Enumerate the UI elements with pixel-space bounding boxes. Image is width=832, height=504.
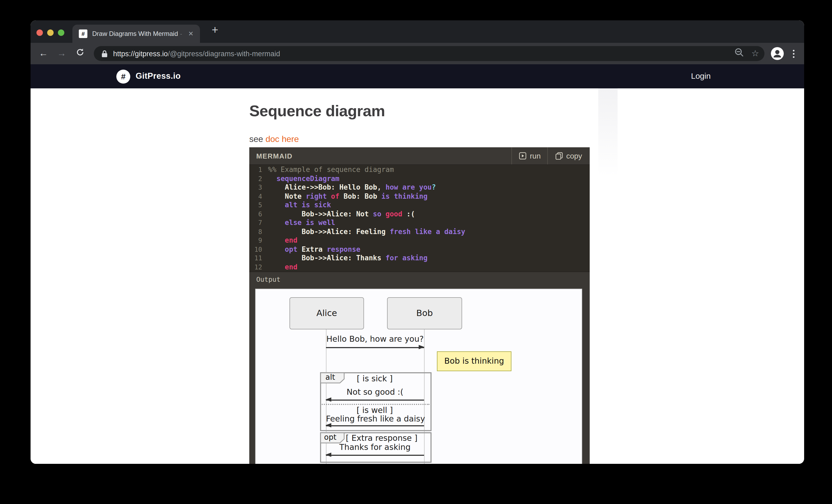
doc-link[interactable]: doc here: [266, 135, 299, 143]
gitpress-logo[interactable]: #: [116, 69, 130, 83]
screen: # Draw Diagrams With Mermaid - ✕ + ← →: [0, 0, 832, 504]
language-label: MERMAID: [256, 152, 292, 160]
zoom-out-icon[interactable]: [734, 48, 744, 59]
page-title: Sequence diagram: [249, 102, 385, 120]
lock-icon: [101, 50, 108, 58]
forward-icon[interactable]: →: [55, 48, 68, 59]
url-origin: https://gitpress.io: [113, 50, 168, 58]
run-button[interactable]: run: [512, 147, 548, 164]
bookmark-star-icon[interactable]: ☆: [751, 49, 759, 58]
message-3-arrow: [326, 423, 424, 428]
output-header: Output: [249, 272, 590, 286]
profile-avatar[interactable]: [771, 47, 784, 60]
intro-prefix: see: [249, 135, 266, 143]
content-shadow-band: [598, 88, 618, 177]
actor-bob: Bob: [387, 297, 462, 329]
code-line: 12 end: [249, 263, 590, 272]
tab-title: Draw Diagrams With Mermaid: [92, 30, 178, 37]
note-bob-is-thinking: Bob is thinking: [437, 352, 512, 371]
opt-frame-label: opt: [320, 433, 340, 441]
copy-label: copy: [566, 151, 582, 160]
code-editor[interactable]: 1%% Example of sequence diagram 2 sequen…: [249, 165, 590, 272]
run-label: run: [530, 151, 541, 160]
opt-frame-tab: opt: [320, 432, 345, 444]
message-4-label: Thanks for asking: [326, 442, 424, 452]
mermaid-code-card: MERMAID run copy: [249, 147, 590, 464]
code-line: 8 Bob->>Alice: Feeling fresh like a dais…: [249, 227, 590, 236]
opt-condition: [ Extra response ]: [346, 433, 417, 443]
rendered-diagram: Alice Bob Hello Bob, how are you? Bob is…: [255, 289, 582, 464]
new-tab-button[interactable]: +: [207, 23, 223, 38]
code-line: 2 sequenceDiagram: [249, 174, 590, 183]
tab-favicon: #: [79, 29, 87, 38]
browser-window: # Draw Diagrams With Mermaid - ✕ + ← →: [30, 20, 804, 464]
browser-tab[interactable]: # Draw Diagrams With Mermaid - ✕: [72, 25, 200, 43]
code-line: 5 alt is sick: [249, 201, 590, 210]
code-line: 6 Bob->>Alice: Not so good :(: [249, 210, 590, 219]
code-card-header: MERMAID run copy: [249, 147, 590, 165]
login-link[interactable]: Login: [691, 71, 710, 80]
site-header: # GitPress.io Login: [30, 64, 804, 88]
message-4-arrow: [326, 453, 424, 457]
code-line: 9 end: [249, 236, 590, 245]
copy-button[interactable]: copy: [547, 147, 590, 164]
code-line: 4 Note right of Bob: Bob is thinking: [249, 192, 590, 201]
code-line: 1%% Example of sequence diagram: [249, 166, 590, 174]
output-label: Output: [256, 275, 280, 283]
tab-strip: # Draw Diagrams With Mermaid - ✕ +: [30, 20, 804, 43]
alt-divider: [320, 404, 430, 405]
message-2-label: Not so good :(: [326, 387, 424, 397]
window-zoom-button[interactable]: [58, 29, 64, 36]
output-body: Alice Bob Hello Bob, how are you? Bob is…: [249, 286, 590, 464]
copy-icon: [555, 152, 563, 160]
browser-menu-icon[interactable]: [789, 50, 798, 58]
browser-toolbar: ← → https://gitpress.io/@gitpress/diagra…: [30, 43, 804, 64]
tab-close-icon[interactable]: ✕: [188, 30, 193, 37]
intro-text: see doc here: [249, 135, 299, 144]
back-icon[interactable]: ←: [37, 48, 50, 59]
run-icon: [519, 152, 527, 160]
brand-name[interactable]: GitPress.io: [136, 71, 181, 81]
code-line: 11 Bob->>Alice: Thanks for asking: [249, 254, 590, 263]
url-path: /@gitpress/diagrams-with-mermaid: [168, 50, 280, 58]
page-content: Sequence diagram see doc here MERMAID ru…: [30, 88, 804, 464]
url-bar[interactable]: https://gitpress.io/@gitpress/diagrams-w…: [94, 46, 764, 61]
message-3-label: Feeling fresh like a daisy: [326, 414, 424, 424]
code-line: 3 Alice->>Bob: Hello Bob, how are you?: [249, 183, 590, 192]
message-2-arrow: [326, 397, 424, 402]
window-close-button[interactable]: [36, 29, 43, 36]
url-text: https://gitpress.io/@gitpress/diagrams-w…: [113, 50, 280, 58]
alt-condition-1: [ is sick ]: [320, 374, 430, 384]
message-1-arrow: [326, 345, 424, 350]
tab-title-truncation: -: [180, 30, 182, 37]
actor-alice: Alice: [289, 297, 364, 329]
alt-condition-2: [ is well ]: [320, 405, 430, 415]
code-line: 7 else is well: [249, 219, 590, 227]
message-1-label: Hello Bob, how are you?: [326, 334, 424, 344]
code-line: 10 opt Extra response: [249, 245, 590, 254]
window-minimize-button[interactable]: [47, 29, 54, 36]
reload-icon[interactable]: [74, 48, 86, 59]
